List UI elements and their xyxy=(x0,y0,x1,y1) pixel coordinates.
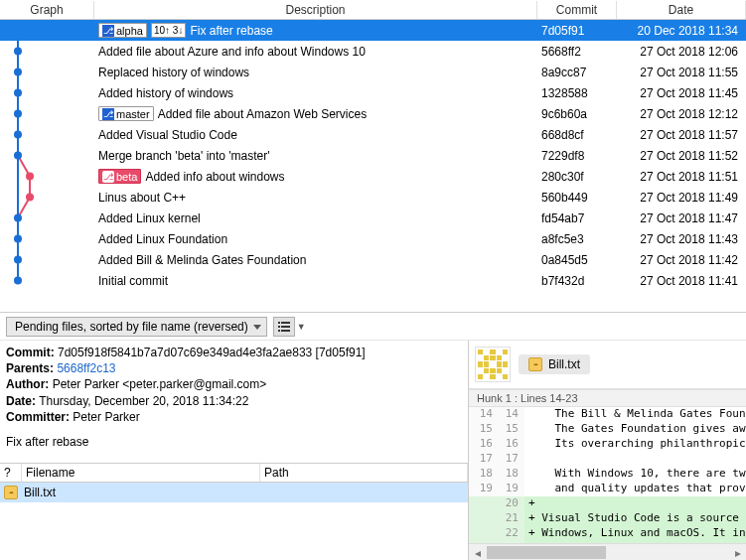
file-row[interactable]: Bill.txt xyxy=(0,483,468,502)
commit-row[interactable]: Added Bill & Melinda Gates Foundation0a8… xyxy=(0,249,746,270)
diff-pane: Bill.txt Hunk 1 : Lines 14-23 1414 The B… xyxy=(469,341,746,560)
avatar xyxy=(475,347,511,382)
diff-line: 21+ Visual Studio Code is a source cod xyxy=(469,511,746,526)
branch-tag-master[interactable]: ⎇master xyxy=(98,106,154,121)
commit-description: Replaced history of windows xyxy=(98,66,249,79)
commit-rows: ⎇alpha10↑ 3↓Fix after rebase7d05f9120 De… xyxy=(0,20,746,291)
col-header-filename[interactable]: Filename xyxy=(22,464,260,482)
horizontal-scrollbar[interactable]: ◂ ▸ xyxy=(469,543,746,560)
scroll-right-icon[interactable]: ▸ xyxy=(729,544,746,560)
file-list-header: ? Filename Path xyxy=(0,463,468,483)
commit-date: 27 Oct 2018 11:55 xyxy=(617,65,746,80)
commit-row[interactable]: ⎇masterAdded file about Amazon Web Servi… xyxy=(0,103,746,124)
svg-rect-23 xyxy=(281,322,290,324)
commit-description: Added file about Amazon Web Services xyxy=(158,107,368,121)
commit-hash-short: 560b449 xyxy=(537,190,617,206)
branch-icon: ⎇ xyxy=(102,108,114,120)
col-header-commit[interactable]: Commit xyxy=(537,1,617,19)
ahead-behind-badge: 10↑ 3↓ xyxy=(151,23,186,38)
svg-rect-25 xyxy=(281,326,290,328)
commit-date: 27 Oct 2018 11:47 xyxy=(617,210,746,226)
commit-hash-short: 0a845d5 xyxy=(537,252,617,268)
commit-row[interactable]: Added file about Azure and info about Wi… xyxy=(0,41,746,62)
svg-rect-22 xyxy=(278,322,280,324)
commit-description: Initial commit xyxy=(98,274,168,288)
date-value: Thursday, December 20, 2018 11:34:22 xyxy=(39,394,248,408)
scroll-thumb[interactable] xyxy=(487,546,606,559)
commit-hash-short: 9c6b60a xyxy=(537,106,617,122)
commit-hash-short: fd54ab7 xyxy=(537,210,617,226)
commit-hash-short: 1328588 xyxy=(537,85,617,101)
commit-date: 27 Oct 2018 11:42 xyxy=(617,252,746,268)
commit-date: 27 Oct 2018 11:52 xyxy=(617,148,746,164)
commit-description: Added info about windows xyxy=(145,170,284,184)
commit-row[interactable]: Added Linux Foundationa8fc5e327 Oct 2018… xyxy=(0,228,746,249)
commit-description: Added history of windows xyxy=(98,86,233,100)
commit-date: 27 Oct 2018 11:45 xyxy=(617,85,746,101)
commit-hash-short: b7f432d xyxy=(537,273,617,289)
branch-tag-beta[interactable]: ⎇beta xyxy=(98,169,141,184)
commit-description: Added file about Azure and info about Wi… xyxy=(98,45,366,59)
file-modified-icon xyxy=(528,357,542,371)
commit-date: 27 Oct 2018 12:06 xyxy=(617,44,746,60)
branch-tag-alpha[interactable]: ⎇alpha xyxy=(98,23,147,38)
commit-row[interactable]: Replaced history of windows8a9cc8727 Oct… xyxy=(0,62,746,82)
col-header-graph[interactable]: Graph xyxy=(0,1,94,19)
svg-rect-26 xyxy=(278,330,280,332)
commit-info: Commit: 7d05f918f5841b7a7d07c69e349ad4e3… xyxy=(0,341,468,429)
commit-description: Linus about C++ xyxy=(98,191,186,205)
commit-date: 27 Oct 2018 12:12 xyxy=(617,106,746,122)
commit-description: Fix after rebase xyxy=(190,24,272,38)
commit-row[interactable]: Initial commitb7f432d27 Oct 2018 11:41 xyxy=(0,270,746,291)
svg-rect-27 xyxy=(281,330,290,332)
commit-message: Fix after rebase xyxy=(0,429,468,455)
commit-description: Merge branch 'beta' into 'master' xyxy=(98,149,270,163)
commit-hash-short: a8fc5e3 xyxy=(537,231,617,247)
commit-row[interactable]: Merge branch 'beta' into 'master'7229df8… xyxy=(0,145,746,166)
diff-line: 1818 With Windows 10, there are two rel xyxy=(469,467,746,482)
sort-dropdown[interactable]: Pending files, sorted by file name (reve… xyxy=(6,317,267,337)
commit-row[interactable]: ⎇betaAdded info about windows280c30f27 O… xyxy=(0,166,746,187)
commit-hash-short: 668d8cf xyxy=(537,127,617,143)
commit-row[interactable]: Added Visual Studio Code668d8cf27 Oct 20… xyxy=(0,124,746,145)
diff-line: 1919 and quality updates that provide s xyxy=(469,482,746,496)
commit-description: Added Visual Studio Code xyxy=(98,128,237,142)
commit-description: Added Linux kernel xyxy=(98,211,201,225)
commit-date: 20 Dec 2018 11:34 xyxy=(617,23,746,39)
diff-line: 1616 Its overarching philanthropic goals xyxy=(469,437,746,452)
commit-detail-pane: Commit: 7d05f918f5841b7a7d07c69e349ad4e3… xyxy=(0,341,469,560)
commit-row[interactable]: Added Linux kernelfd54ab727 Oct 2018 11:… xyxy=(0,208,746,228)
scroll-left-icon[interactable]: ◂ xyxy=(469,544,486,560)
commit-hash-short: 7229df8 xyxy=(537,148,617,164)
commit-log-pane: Graph Description Commit Date ⎇alpha10↑ … xyxy=(0,0,746,313)
svg-rect-24 xyxy=(278,326,280,328)
commit-description: Added Bill & Melinda Gates Foundation xyxy=(98,253,306,267)
commit-hash-short: 7d05f91 xyxy=(537,23,617,39)
branch-icon: ⎇ xyxy=(102,171,114,183)
parent-link[interactable]: 5668ff2c13 xyxy=(57,361,115,375)
col-header-status[interactable]: ? xyxy=(0,464,22,482)
col-header-date[interactable]: Date xyxy=(617,1,746,19)
commit-row[interactable]: ⎇alpha10↑ 3↓Fix after rebase7d05f9120 De… xyxy=(0,20,746,41)
diff-body[interactable]: 1414 The Bill & Melinda Gates Foundation… xyxy=(469,407,746,543)
commit-row[interactable]: Added history of windows132858827 Oct 20… xyxy=(0,82,746,103)
list-view-icon[interactable] xyxy=(273,317,295,337)
commit-log-header: Graph Description Commit Date xyxy=(0,0,746,20)
commit-date: 27 Oct 2018 11:51 xyxy=(617,169,746,185)
col-header-path[interactable]: Path xyxy=(260,464,468,482)
commit-description: Added Linux Foundation xyxy=(98,232,227,246)
commit-hash-short: 5668ff2 xyxy=(537,44,617,60)
commit-row[interactable]: Linus about C++560b44927 Oct 2018 11:49 xyxy=(0,187,746,208)
col-header-description[interactable]: Description xyxy=(94,1,537,19)
diff-file-chip[interactable]: Bill.txt xyxy=(519,354,590,374)
committer-value: Peter Parker xyxy=(73,410,139,424)
author-value: Peter Parker <peter.parker@gmail.com> xyxy=(53,377,267,391)
hunk-header: Hunk 1 : Lines 14-23 xyxy=(469,389,746,407)
diff-line: 20+ xyxy=(469,496,746,511)
commit-date: 27 Oct 2018 11:57 xyxy=(617,127,746,143)
diff-line: 1414 The Bill & Melinda Gates Foundation xyxy=(469,407,746,422)
commit-hash: 7d05f918f5841b7a7d07c69e349ad4e3fa2ae833… xyxy=(58,346,366,359)
file-modified-icon xyxy=(4,486,18,499)
branch-icon: ⎇ xyxy=(102,25,114,37)
diff-line: 1515 The Gates Foundation gives away ap xyxy=(469,422,746,437)
